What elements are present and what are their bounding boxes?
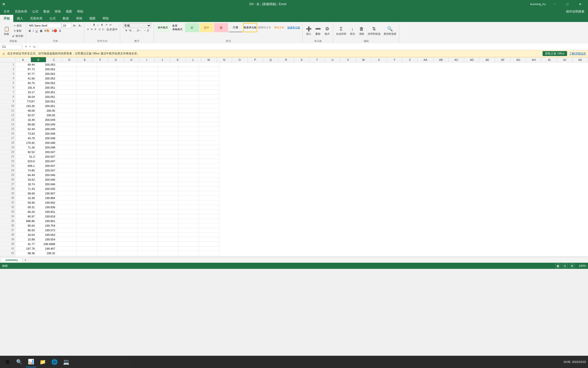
cell-g41[interactable] (138, 246, 158, 251)
menu-help[interactable]: 帮助 (75, 9, 86, 14)
normal-view-button[interactable]: ▦ (555, 263, 560, 268)
cell-j29[interactable] (199, 191, 219, 196)
cell-b32[interactable]: 199.836 (36, 205, 56, 210)
cell-b3[interactable]: 200.052 (36, 72, 56, 76)
cell-i35[interactable] (179, 219, 199, 223)
cell-a23[interactable]: 658.1 (15, 164, 36, 168)
cell-j38[interactable] (199, 233, 219, 237)
cell-e20[interactable] (97, 150, 117, 154)
cell-j32[interactable] (199, 205, 219, 210)
add-sheet-button[interactable]: + (23, 257, 28, 262)
cell-h15[interactable] (158, 127, 179, 131)
cell-a4[interactable]: 41.66 (15, 76, 36, 81)
cell-g27[interactable] (138, 182, 158, 187)
cell-i28[interactable] (179, 187, 199, 191)
cell-f7[interactable] (117, 90, 138, 95)
cell-e8[interactable] (97, 95, 117, 99)
cell-g9[interactable] (138, 99, 158, 104)
cell-h24[interactable] (158, 168, 179, 173)
cell-c43[interactable] (56, 256, 77, 257)
cell-b38[interactable]: 199.563 (36, 233, 56, 237)
cell-i20[interactable] (179, 150, 199, 154)
cell-d9[interactable] (77, 99, 97, 104)
col-header-d[interactable]: D (62, 57, 77, 62)
cell-j7[interactable] (199, 90, 219, 95)
cell-i5[interactable] (179, 81, 199, 85)
cell-i3[interactable] (179, 72, 199, 76)
cell-a21[interactable]: 51.3 (15, 154, 36, 159)
cell-h40[interactable] (158, 242, 179, 246)
font-name-input[interactable] (28, 23, 61, 28)
cell-f11[interactable] (117, 108, 138, 113)
cell-d19[interactable] (77, 145, 97, 150)
col-header-q[interactable]: Q (263, 57, 279, 62)
col-header-ag[interactable]: AG (511, 57, 526, 62)
cell-a32[interactable]: 09.31 (15, 205, 36, 210)
cell-c29[interactable] (56, 191, 77, 196)
cell-b39[interactable]: 199.554 (36, 237, 56, 242)
cell-c9[interactable] (56, 99, 77, 104)
cell-i22[interactable] (179, 159, 199, 164)
text-angle-button[interactable]: ↗ (104, 23, 108, 27)
cell-b18[interactable]: 200.048 (36, 141, 56, 145)
cell-f17[interactable] (117, 136, 138, 141)
cell-e40[interactable] (97, 242, 117, 246)
cell-i30[interactable] (179, 196, 199, 200)
cell-j8[interactable] (199, 95, 219, 99)
cell-j2[interactable] (199, 67, 219, 72)
cell-i31[interactable] (179, 200, 199, 205)
cell-b12[interactable]: 200.05 (36, 113, 56, 118)
start-button[interactable]: ⊞ (2, 356, 13, 367)
cell-b19[interactable]: 200.048 (36, 145, 56, 150)
col-header-ad[interactable]: AD (464, 57, 480, 62)
cell-c25[interactable] (56, 173, 77, 177)
cell-h13[interactable] (158, 118, 179, 122)
cell-e16[interactable] (97, 131, 117, 136)
cell-a14[interactable]: 80.68 (15, 122, 36, 127)
cell-a41[interactable]: 197.79 (15, 246, 36, 251)
cell-a31[interactable]: 59.96 (15, 200, 36, 205)
cell-g3[interactable] (138, 72, 158, 76)
cell-j23[interactable] (199, 164, 219, 168)
cell-d32[interactable] (77, 205, 97, 210)
align-left-button[interactable]: ≡ (86, 27, 89, 32)
cell-i21[interactable] (179, 154, 199, 159)
cell-j40[interactable] (199, 242, 219, 246)
border-button[interactable]: ▦ (39, 29, 43, 33)
cell-e39[interactable] (97, 237, 117, 242)
cell-b4[interactable]: 200.052 (36, 76, 56, 81)
col-header-z[interactable]: Z (402, 57, 418, 62)
cell-j17[interactable] (199, 136, 219, 141)
cell-e32[interactable] (97, 205, 117, 210)
cell-c31[interactable] (56, 200, 77, 205)
cell-f43[interactable] (117, 256, 138, 257)
col-header-aa[interactable]: AA (418, 57, 433, 62)
cell-e12[interactable] (97, 113, 117, 118)
cell-f40[interactable] (117, 242, 138, 246)
cell-c34[interactable] (56, 214, 77, 219)
cell-b25[interactable]: 200.046 (36, 173, 56, 177)
cell-g39[interactable] (138, 237, 158, 242)
cell-d22[interactable] (77, 159, 97, 164)
cell-i27[interactable] (179, 182, 199, 187)
bold-button[interactable]: B (28, 29, 32, 33)
cell-h1[interactable] (158, 62, 179, 67)
cell-f28[interactable] (117, 187, 138, 191)
formula-input[interactable] (39, 45, 587, 48)
cell-j26[interactable] (199, 177, 219, 182)
cell-h20[interactable] (158, 150, 179, 154)
cell-h33[interactable] (158, 210, 179, 214)
paste-button[interactable]: 📋 粘贴 (3, 26, 11, 36)
cell-i9[interactable] (179, 99, 199, 104)
cell-a9[interactable]: 77247 (15, 99, 36, 104)
cell-e26[interactable] (97, 177, 117, 182)
cell-g30[interactable] (138, 196, 158, 200)
menu-data[interactable]: 数据 (41, 9, 52, 14)
cell-e14[interactable] (97, 122, 117, 127)
find-select-button[interactable]: 🔍查找和选择 (383, 26, 397, 36)
cell-c11[interactable] (56, 108, 77, 113)
cell-b40[interactable]: 199.4668 (36, 242, 56, 246)
align-middle-button[interactable]: ↕ (96, 23, 100, 27)
cell-i1[interactable] (179, 62, 199, 67)
cell-e18[interactable] (97, 141, 117, 145)
